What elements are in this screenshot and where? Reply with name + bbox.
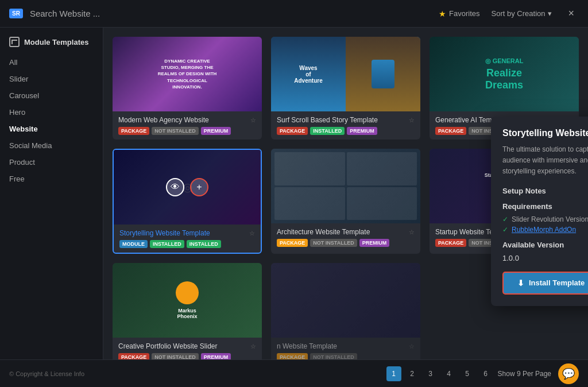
requirements-heading: Requirements (502, 202, 588, 211)
page-button-4[interactable]: 4 (442, 366, 457, 381)
requirement-slider-text: Slider Revolution Version 6.6.13 (512, 215, 588, 223)
star-icon: ★ (439, 9, 446, 18)
preview-button-surf-scroll[interactable]: 👁 (324, 65, 343, 83)
check-icon-2: ✓ (502, 226, 508, 234)
add-button-generative-ai[interactable]: + (507, 65, 525, 83)
badge-installed: INSTALLED (150, 240, 184, 248)
card-thumb-website-8 (271, 263, 420, 338)
card-creative-portfolio[interactable]: MarkusPhoenix 👁 + Creative Portfolio Web… (113, 263, 262, 359)
per-page-label: Show 9 Per Page (498, 370, 551, 378)
module-templates-icon (9, 37, 20, 47)
card-thumb-creative-portfolio: MarkusPhoenix 👁 + (113, 263, 262, 338)
badge-package: PACKAGE (118, 353, 149, 359)
chat-button[interactable]: 💬 (558, 363, 579, 384)
card-badges-website-8: PACKAGE NOT INSTALLED (277, 353, 415, 359)
card-badges-surf-scroll: PACKAGE INSTALLED PREMIUM (277, 127, 415, 135)
card-star-creative-portfolio[interactable]: ☆ (250, 343, 256, 350)
add-button-architecture[interactable]: + (349, 177, 367, 195)
add-button-storytelling[interactable]: + (190, 178, 208, 196)
setup-notes-heading: Setup Notes (502, 187, 588, 195)
chevron-down-icon: ▾ (548, 9, 552, 18)
card-thumb-storytelling: ◎ 👁 + (114, 150, 261, 225)
badge-premium: PREMIUM (201, 353, 231, 359)
add-button-modern-web-agency[interactable]: + (190, 65, 208, 83)
card-badges-architecture: PACKAGE NOT INSTALLED PREMIUM (277, 239, 415, 247)
page-button-1[interactable]: 1 (386, 366, 401, 381)
add-button-surf-scroll[interactable]: + (349, 65, 367, 83)
sidebar-item-product[interactable]: Product (0, 154, 103, 171)
badge-premium: PREMIUM (201, 127, 231, 135)
sidebar-item-hero[interactable]: Hero (0, 104, 103, 121)
card-name-surf-scroll: Surf Scroll Based Story Template (277, 116, 378, 124)
page-button-5[interactable]: 5 (460, 366, 475, 381)
card-name-modern-web-agency: Modern Web Agency Website (118, 116, 209, 124)
sidebar-item-website[interactable]: Website (0, 121, 103, 137)
badge-package: PACKAGE (435, 239, 466, 247)
card-star-storytelling[interactable]: ☆ (249, 230, 255, 237)
main: Module Templates All Slider Carousel Her… (0, 28, 588, 359)
preview-button-creative-portfolio[interactable]: 👁 (166, 291, 184, 309)
page-button-6[interactable]: 6 (478, 366, 493, 381)
badge-premium: PREMIUM (347, 127, 377, 135)
card-surf-scroll[interactable]: WavesofAdventure 👁 + Surf Scroll Based S… (271, 37, 420, 140)
sidebar-item-social-media[interactable]: Social Media (0, 137, 103, 154)
header-actions: ★ Favorites Sort by Creation ▾ × (439, 5, 579, 22)
card-star-website-8[interactable]: ☆ (409, 343, 415, 350)
available-version-heading: Available Version (502, 241, 588, 249)
install-button-label: Install Template (529, 278, 585, 287)
version-number: 1.0.0 (502, 254, 588, 262)
badge-module: MODULE (119, 240, 148, 248)
requirement-rubble: ✓ RubbleMorph AddOn (502, 226, 588, 234)
sort-button[interactable]: Sort by Creation ▾ (492, 9, 552, 18)
card-modern-web-agency[interactable]: DYNAMIC CREATIVESTUDIO, MERGING THEREALM… (113, 37, 262, 140)
page-button-3[interactable]: 3 (423, 366, 438, 381)
preview-button-architecture[interactable]: 👁 (324, 177, 343, 195)
badge-package: PACKAGE (277, 127, 308, 135)
card-storytelling[interactable]: ◎ 👁 + Storytelling Website Template ☆ MO… (113, 149, 262, 254)
check-icon: ✓ (502, 215, 508, 223)
card-name-creative-portfolio: Creative Portfolio Website Slider (118, 342, 218, 350)
rubble-morph-link[interactable]: RubbleMorph AddOn (512, 226, 576, 234)
content-area: DYNAMIC CREATIVESTUDIO, MERGING THEREALM… (103, 28, 588, 359)
card-name-website-8: n Website Template (277, 342, 337, 350)
card-star-surf-scroll[interactable]: ☆ (409, 117, 415, 124)
card-badges-creative-portfolio: PACKAGE NOT INSTALLED PREMIUM (118, 353, 256, 359)
header: SR Search Website ... ★ Favorites Sort b… (0, 0, 588, 28)
detail-title: Storytelling Website Template (502, 128, 588, 138)
add-button-creative-portfolio[interactable]: + (190, 291, 208, 309)
download-icon: ⬇ (517, 278, 524, 288)
footer: © Copyright & License Info 1 2 3 4 5 6 S… (0, 359, 588, 387)
sort-label: Sort by Creation (492, 9, 546, 18)
sidebar-item-slider[interactable]: Slider (0, 71, 103, 87)
preview-button-storytelling[interactable]: 👁 (166, 178, 184, 196)
badge-not-installed: NOT INSTALLED (152, 353, 198, 359)
sidebar-item-all[interactable]: All (0, 54, 103, 71)
preview-button-generative-ai[interactable]: 👁 (483, 65, 501, 83)
close-button[interactable]: × (563, 5, 579, 22)
favorites-label: Favorites (449, 9, 479, 18)
card-thumb-surf-scroll: WavesofAdventure 👁 + (271, 37, 420, 111)
card-thumb-generative-ai: ◎ GENERAL RealizeDreams 👁 + (430, 37, 579, 111)
card-architecture[interactable]: 👁 + Architecture Website Template ☆ PACK… (271, 149, 420, 254)
card-star-modern-web-agency[interactable]: ☆ (250, 117, 256, 124)
pagination: 1 2 3 4 5 6 (386, 366, 493, 381)
badge-premium: PREMIUM (359, 239, 390, 247)
card-website-8[interactable]: n Website Template ☆ PACKAGE NOT INSTALL… (271, 263, 420, 359)
requirement-slider: ✓ Slider Revolution Version 6.6.13 (502, 215, 588, 223)
detail-panel: Storytelling Website Template The ultima… (491, 117, 588, 306)
page-button-2[interactable]: 2 (405, 366, 420, 381)
sidebar-item-free[interactable]: Free (0, 171, 103, 187)
card-badges-modern-web-agency: PACKAGE NOT INSTALLED PREMIUM (118, 127, 256, 135)
search-title: Search Website ... (30, 9, 439, 18)
badge-not-installed: NOT INSTALLED (310, 239, 357, 247)
sidebar-item-carousel[interactable]: Carousel (0, 87, 103, 104)
card-badges-storytelling: MODULE INSTALLED INSTALLED (119, 240, 255, 248)
favorites-button[interactable]: ★ Favorites (439, 9, 479, 18)
card-thumb-architecture: 👁 + (271, 149, 420, 223)
card-name-architecture: Architecture Website Template (277, 228, 370, 236)
badge-not-installed: NOT INSTALLED (310, 353, 357, 359)
preview-button-modern-web-agency[interactable]: 👁 (166, 65, 184, 83)
install-template-button[interactable]: ⬇ Install Template (502, 272, 588, 295)
card-thumb-modern-web-agency: DYNAMIC CREATIVESTUDIO, MERGING THEREALM… (113, 37, 262, 111)
card-star-architecture[interactable]: ☆ (409, 229, 415, 236)
